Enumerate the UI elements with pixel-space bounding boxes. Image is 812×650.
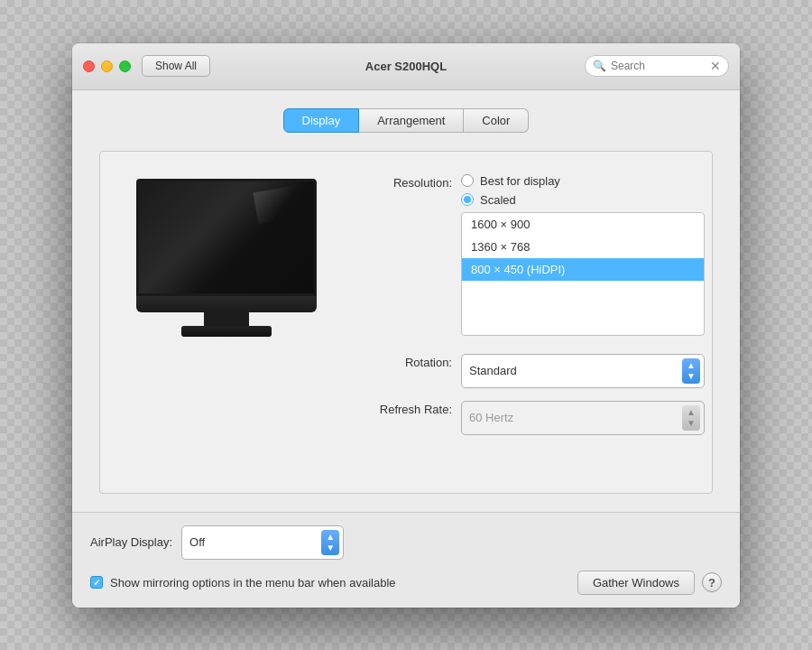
tab-arrangement[interactable]: Arrangement — [359, 108, 464, 133]
search-input[interactable] — [611, 60, 706, 72]
display-panel: Resolution: Best for display Scaled — [99, 151, 713, 494]
resolution-item-1600[interactable]: 1600 × 900 — [462, 213, 704, 236]
resolution-control: Best for display Scaled 1600 × 900 1360 … — [461, 174, 705, 336]
help-button[interactable]: ? — [702, 572, 722, 592]
rotation-control: Standard ▲ ▼ — [461, 354, 705, 388]
radio-circle-best — [461, 174, 474, 187]
chevron-up-icon-2: ▲ — [687, 408, 696, 417]
refresh-rate-arrow: ▲ ▼ — [682, 405, 700, 431]
refresh-rate-row: Refresh Rate: 60 Hertz ▲ ▼ — [362, 401, 705, 435]
gather-windows-button[interactable]: Gather Windows — [577, 571, 695, 595]
airplay-chevron-up: ▲ — [326, 533, 335, 542]
search-clear-icon[interactable]: ✕ — [710, 59, 721, 73]
close-button[interactable] — [83, 60, 95, 72]
resolution-item-1360[interactable]: 1360 × 768 — [462, 236, 704, 258]
tab-display[interactable]: Display — [283, 108, 360, 133]
refresh-rate-label: Refresh Rate: — [362, 401, 452, 416]
chevron-down-icon-2: ▼ — [687, 419, 696, 428]
tv-image — [136, 179, 317, 337]
airplay-arrow: ▲ ▼ — [321, 530, 339, 555]
tv-body — [136, 296, 317, 312]
minimize-button[interactable] — [101, 60, 113, 72]
bottom-area: AirPlay Display: Off ▲ ▼ ✓ Show mirrorin… — [72, 512, 740, 608]
scaled-label: Scaled — [480, 193, 516, 207]
airplay-chevron-down: ▼ — [326, 543, 335, 552]
tv-stand-neck — [204, 312, 249, 326]
tv-screen — [136, 179, 317, 296]
resolution-list: 1600 × 900 1360 × 768 800 × 450 (HiDPI) — [461, 212, 705, 336]
preferences-window: Show All Acer S200HQL 🔍 ✕ Display Arrang… — [72, 43, 740, 608]
tabs: Display Arrangement Color — [99, 108, 713, 133]
search-icon: 🔍 — [593, 60, 606, 72]
rotation-row: Rotation: Standard ▲ ▼ — [362, 354, 705, 388]
radio-scaled[interactable]: Scaled — [461, 193, 705, 207]
mirroring-label: Show mirroring options in the menu bar w… — [110, 576, 396, 590]
display-preview — [118, 170, 335, 475]
radio-circle-scaled — [461, 193, 474, 206]
resolution-list-empty — [462, 281, 704, 335]
bottom-right-actions: Gather Windows ? — [577, 571, 722, 595]
titlebar: Show All Acer S200HQL 🔍 ✕ — [72, 43, 740, 90]
bottom-actions: ✓ Show mirroring options in the menu bar… — [90, 571, 722, 595]
tv-stand-base — [181, 326, 272, 337]
best-for-display-label: Best for display — [480, 174, 560, 188]
mirroring-checkbox-row: ✓ Show mirroring options in the menu bar… — [90, 576, 396, 590]
rotation-value: Standard — [469, 364, 517, 377]
refresh-rate-control: 60 Hertz ▲ ▼ — [461, 401, 705, 435]
rotation-label: Rotation: — [362, 354, 452, 369]
refresh-rate-value: 60 Hertz — [469, 411, 513, 424]
chevron-down-icon: ▼ — [687, 372, 696, 381]
airplay-dropdown[interactable]: Off ▲ ▼ — [181, 525, 344, 560]
tab-color[interactable]: Color — [464, 108, 529, 133]
resolution-row: Resolution: Best for display Scaled — [362, 174, 705, 336]
maximize-button[interactable] — [119, 60, 131, 72]
refresh-rate-dropdown[interactable]: 60 Hertz ▲ ▼ — [461, 401, 705, 435]
check-icon: ✓ — [93, 578, 100, 588]
rotation-arrow: ▲ ▼ — [682, 358, 700, 384]
airplay-value: Off — [189, 535, 205, 549]
window-title: Acer S200HQL — [365, 60, 447, 73]
settings-area: Resolution: Best for display Scaled — [362, 170, 705, 475]
traffic-lights — [83, 60, 131, 72]
resolution-label: Resolution: — [362, 174, 452, 190]
resolution-radio-group: Best for display Scaled — [461, 174, 705, 207]
radio-best-for-display[interactable]: Best for display — [461, 174, 705, 188]
mirroring-checkbox[interactable]: ✓ — [90, 576, 103, 589]
search-bar: 🔍 ✕ — [585, 55, 729, 77]
show-all-button[interactable]: Show All — [142, 55, 210, 77]
content-area: Display Arrangement Color — [72, 90, 740, 512]
resolution-item-800[interactable]: 800 × 450 (HiDPI) — [462, 258, 704, 281]
airplay-label: AirPlay Display: — [90, 535, 172, 549]
airplay-row: AirPlay Display: Off ▲ ▼ — [90, 525, 722, 560]
chevron-up-icon: ▲ — [687, 361, 696, 370]
rotation-dropdown[interactable]: Standard ▲ ▼ — [461, 354, 705, 388]
